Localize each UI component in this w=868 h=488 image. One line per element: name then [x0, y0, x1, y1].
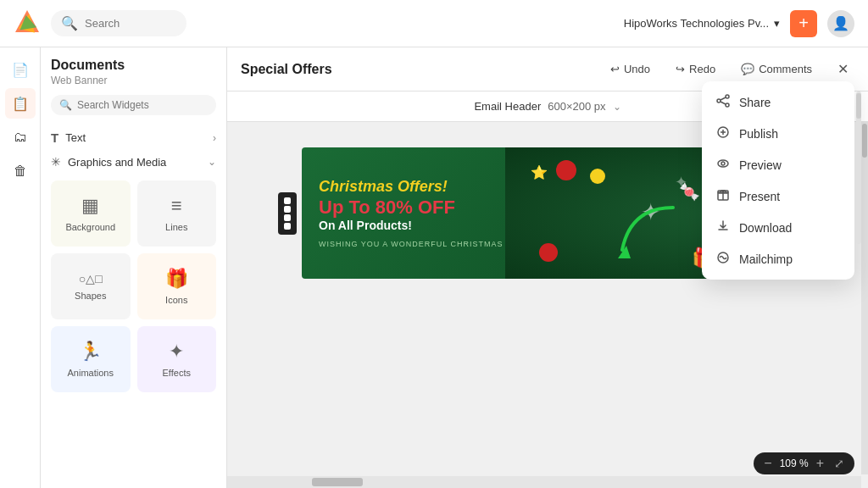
widget-search-input[interactable]: [77, 99, 208, 111]
zoom-level: 109 %: [779, 458, 810, 469]
banner-handle[interactable]: [278, 192, 297, 235]
redo-icon: ↪: [676, 63, 685, 75]
graphics-section[interactable]: ✳ Graphics and Media ⌄: [51, 150, 216, 174]
dropdown-menu: Share Publish Preview: [702, 81, 854, 280]
dropdown-scrollbar-thumb[interactable]: [856, 93, 861, 119]
horizontal-scrollbar-thumb[interactable]: [312, 478, 363, 486]
svg-point-12: [721, 162, 725, 165]
icons-icon: 🎁: [165, 268, 188, 290]
handle-dot-3: [284, 214, 291, 221]
handle-dot-1: [284, 197, 291, 204]
download-label: Download: [739, 221, 792, 235]
search-icon: 🔍: [61, 15, 78, 31]
publish-menu-item[interactable]: Publish: [702, 118, 854, 149]
svg-point-11: [718, 160, 728, 167]
share-menu-item[interactable]: Share: [702, 86, 854, 118]
shapes-label: Shapes: [75, 291, 106, 301]
undo-label: Undo: [624, 63, 650, 75]
search-input[interactable]: [85, 17, 176, 30]
effects-widget[interactable]: ✦ Effects: [137, 326, 217, 392]
background-widget[interactable]: ▦ Background: [51, 180, 131, 247]
handle-dot-4: [284, 223, 291, 230]
docs-subtitle: Web Banner: [51, 75, 216, 86]
vertical-scrollbar-thumb[interactable]: [862, 124, 867, 158]
effects-label: Effects: [163, 368, 191, 378]
download-icon: [715, 219, 731, 236]
sidebar-item-trash[interactable]: 🗑: [5, 156, 36, 186]
widget-search[interactable]: 🔍: [51, 95, 216, 115]
widgets-grid: ▦ Background ≡ Lines ○△□ Shapes 🎁 Icons …: [51, 180, 216, 392]
download-menu-item[interactable]: Download: [702, 212, 854, 243]
undo-button[interactable]: ↩ Undo: [604, 59, 657, 79]
svg-point-5: [726, 103, 729, 107]
share-icon: [715, 94, 731, 110]
vertical-scrollbar[interactable]: [861, 122, 868, 474]
chevron-down-icon: ▾: [774, 17, 780, 30]
add-button[interactable]: +: [790, 10, 817, 37]
top-nav: 🔍 HipoWorks Technologies Pv... ▾ + 👤: [0, 0, 868, 47]
text-section-label: Text: [65, 131, 86, 144]
publish-label: Publish: [739, 127, 778, 141]
share-label: Share: [739, 96, 771, 109]
undo-icon: ↩: [610, 63, 620, 75]
comments-icon: 💬: [741, 63, 754, 75]
redo-label: Redo: [689, 63, 715, 75]
chevron-down-icon: ⌄: [208, 156, 216, 168]
comments-label: Comments: [759, 63, 812, 75]
company-name: HipoWorks Technologies Pv...: [624, 17, 769, 30]
svg-line-7: [721, 102, 726, 104]
green-arrow-indicator: [614, 203, 682, 274]
redo-button[interactable]: ↪ Redo: [669, 59, 722, 79]
banner-offer: Up To 80% OFF On All Products!: [319, 197, 504, 233]
animations-widget[interactable]: 🏃 Animations: [51, 326, 131, 392]
mailchimp-icon: [715, 251, 731, 267]
preview-label: Preview: [739, 158, 782, 172]
zoom-in-button[interactable]: +: [816, 456, 824, 471]
lines-icon: ≡: [171, 195, 182, 217]
comments-button[interactable]: 💬 Comments: [734, 59, 819, 79]
background-label: Background: [65, 222, 115, 232]
eye-icon: [715, 157, 731, 173]
banner-text: Christmas Offers! Up To 80% OFF On All P…: [302, 164, 520, 262]
toolbar-actions: ↩ Undo ↪ Redo 💬 Comments ✕: [604, 58, 854, 81]
company-selector[interactable]: HipoWorks Technologies Pv... ▾: [624, 17, 780, 30]
sidebar-item-template[interactable]: 🗂: [5, 122, 36, 152]
banner-main-text: Christmas Offers!: [319, 178, 504, 196]
dropdown-scrollbar[interactable]: [856, 92, 861, 244]
close-icon: ✕: [837, 61, 849, 77]
logo[interactable]: [14, 8, 41, 39]
close-button[interactable]: ✕: [831, 58, 854, 81]
text-section[interactable]: T Text ›: [51, 125, 216, 150]
docs-title: Documents: [51, 58, 216, 73]
svg-line-6: [721, 97, 726, 100]
canvas-title: Special Offers: [241, 62, 332, 77]
background-icon: ▦: [81, 195, 99, 217]
widget-search-icon: 🔍: [59, 99, 72, 111]
present-label: Present: [739, 190, 780, 203]
present-menu-item[interactable]: Present: [702, 180, 854, 212]
canvas-size: 600×200 px: [548, 100, 605, 113]
handle-dot-2: [284, 206, 291, 213]
lines-widget[interactable]: ≡ Lines: [137, 180, 217, 247]
docs-panel: Documents Web Banner 🔍 T Text › ✳ Graphi…: [41, 47, 227, 488]
mailchimp-menu-item[interactable]: Mailchimp: [702, 243, 854, 274]
icon-sidebar: 📄 📋 🗂 🗑: [0, 47, 41, 488]
format-dropdown-icon[interactable]: ⌄: [613, 101, 621, 113]
search-bar[interactable]: 🔍: [51, 10, 186, 36]
effects-icon: ✦: [169, 341, 184, 363]
fullscreen-button[interactable]: ⤢: [834, 457, 844, 470]
horizontal-scrollbar[interactable]: [227, 476, 861, 488]
shapes-icon: ○△□: [79, 272, 103, 286]
graphics-section-label: Graphics and Media: [68, 156, 166, 169]
preview-menu-item[interactable]: Preview: [702, 149, 854, 180]
sidebar-item-document[interactable]: 📄: [5, 54, 36, 85]
nav-right: HipoWorks Technologies Pv... ▾ + 👤: [624, 10, 854, 37]
zoom-out-button[interactable]: −: [764, 456, 771, 471]
shapes-widget[interactable]: ○△□ Shapes: [51, 253, 131, 319]
graphics-icon: ✳: [51, 155, 61, 169]
person-icon: 👤: [832, 15, 849, 31]
chevron-right-icon: ›: [213, 132, 216, 144]
icons-widget[interactable]: 🎁 Icons: [137, 253, 217, 319]
sidebar-item-page[interactable]: 📋: [5, 88, 36, 119]
avatar-button[interactable]: 👤: [827, 10, 854, 37]
